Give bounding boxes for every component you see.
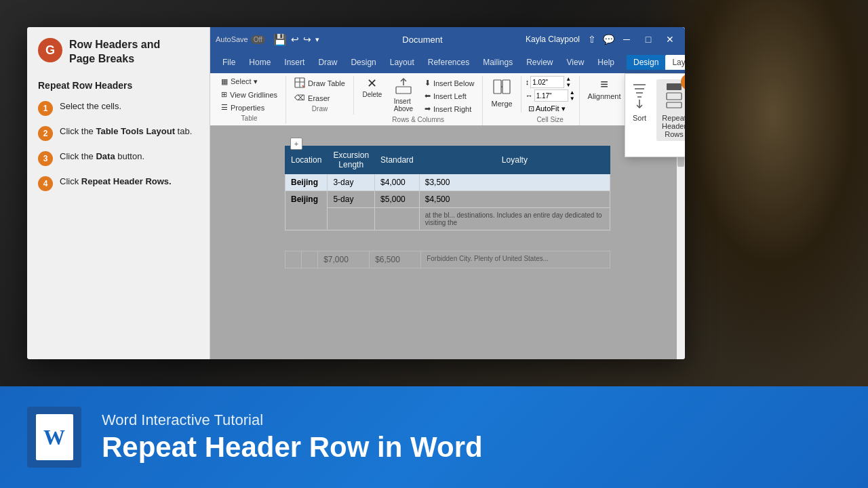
redo-icon[interactable]: ↪ [303, 34, 311, 45]
alignment-label: Alignment [588, 92, 621, 100]
sort-button[interactable]: Sort [625, 79, 654, 141]
table-row-1: Beijing 3-day $4,000 $3,500 [285, 174, 610, 191]
eraser-button[interactable]: ⌫ Eraser [290, 92, 349, 104]
delete-button[interactable]: ✕ Delete [358, 76, 387, 100]
second-table: $7,000 $6,500 Forbidden City. Plenty of … [285, 251, 610, 268]
svg-rect-7 [502, 80, 510, 94]
merge-button[interactable]: Merge [487, 76, 516, 109]
tab-review[interactable]: Review [519, 55, 559, 70]
repeat-header-rows-button[interactable]: RepeatHeader Rows 4 [656, 79, 685, 141]
draw-group-buttons: Draw Table ⌫ Eraser [290, 76, 349, 104]
title-bar: AutoSave Off 💾 ↩ ↪ ▾ Document Kayla Clay… [210, 27, 685, 52]
sidebar-logo: G [38, 38, 62, 62]
alignment-button[interactable]: ≡ Alignment [584, 76, 625, 102]
height-up[interactable]: ▲ [566, 76, 571, 82]
svg-rect-4 [396, 87, 411, 94]
section-title: Repeat Row Headers [38, 80, 199, 91]
col-location: Location [285, 146, 328, 174]
cell-height-input[interactable] [530, 76, 564, 88]
rows-columns-buttons: ✕ Delete InsertAbove [358, 76, 479, 115]
word-logo-letter: W [43, 425, 65, 450]
col-excursion: ExcursionLength [328, 146, 375, 174]
minimize-button[interactable]: ─ [617, 32, 636, 47]
bottom-subtitle: Word Interactive Tutorial [102, 411, 841, 429]
svg-rect-19 [667, 93, 682, 100]
svg-rect-6 [494, 80, 501, 94]
data-popup-buttons: Sort RepeatHeader Rows [625, 79, 685, 141]
autosave-area: AutoSave Off [216, 35, 265, 44]
cell-location-1: Beijing [285, 174, 328, 191]
word-logo: W [27, 407, 81, 468]
width-down[interactable]: ▼ [570, 96, 575, 102]
vertical-scrollbar[interactable] [677, 125, 685, 359]
step-2-badge: 2 [38, 126, 53, 141]
svg-rect-20 [667, 102, 682, 108]
alignment-group-label [584, 102, 625, 105]
customize-icon[interactable]: ▾ [315, 35, 319, 44]
step-2-text: Click the Table Tools Layout tab. [60, 125, 192, 138]
table-insert-handle[interactable]: + [290, 138, 302, 150]
ribbon-content: ▦ Select ▾ ⊞ View Gridlines ☰ Properties [210, 73, 685, 125]
tab-table-design[interactable]: Design [627, 55, 665, 70]
height-down[interactable]: ▼ [566, 82, 571, 88]
tab-view[interactable]: View [560, 55, 591, 70]
save-icon[interactable]: 💾 [273, 33, 287, 46]
delete-label: Delete [362, 91, 382, 98]
tab-draw[interactable]: Draw [311, 55, 344, 70]
merge-icon [492, 77, 511, 98]
gridlines-icon: ⊞ [221, 90, 227, 99]
undo-icon[interactable]: ↩ [291, 34, 299, 45]
close-button[interactable]: ✕ [660, 32, 679, 47]
tab-layout[interactable]: Layout [383, 55, 421, 70]
tab-references[interactable]: References [421, 55, 476, 70]
properties-label: Properties [231, 104, 264, 112]
width-up[interactable]: ▲ [570, 89, 575, 96]
step-1-text: Select the cells. [60, 100, 121, 113]
select-button[interactable]: ▦ Select ▾ [217, 76, 281, 87]
maximize-button[interactable]: □ [639, 32, 658, 47]
bottom-main-title: Repeat Header Row in Word [102, 432, 841, 463]
tab-home[interactable]: Home [242, 55, 277, 70]
tab-file[interactable]: File [216, 55, 242, 70]
ribbon-group-data: Data [630, 76, 664, 111]
height-icon: ↕ [526, 78, 530, 86]
document-page: + Location ExcursionLength Standard Loya… [285, 132, 610, 352]
draw-table-button[interactable]: Draw Table [290, 76, 349, 91]
insert-above-label: InsertAbove [394, 98, 413, 113]
second-cell-3: $7,000 [318, 251, 370, 268]
data-table: Location ExcursionLength Standard Loyalt… [285, 146, 610, 230]
document-title: Document [325, 35, 520, 45]
insert-left-icon: ⬅ [425, 92, 431, 100]
cell-location-2: Beijing [285, 191, 328, 230]
tab-mailings[interactable]: Mailings [476, 55, 519, 70]
cell-height-row: ↕ ▲ ▼ [526, 76, 575, 88]
sort-icon [631, 82, 648, 113]
comments-icon[interactable]: 💬 [603, 34, 614, 45]
cell-width-input[interactable] [534, 89, 568, 102]
tab-table-layout[interactable]: Layout [665, 55, 685, 70]
autosave-toggle[interactable]: Off [251, 35, 265, 44]
delete-icon: ✕ [367, 77, 377, 89]
tab-design[interactable]: Design [344, 55, 382, 70]
draw-table-icon [294, 77, 305, 89]
tab-insert[interactable]: Insert [277, 55, 311, 70]
share-icon[interactable]: ⇧ [588, 34, 596, 45]
autofit-button[interactable]: ⊡ AutoFit ▾ [526, 103, 575, 115]
insert-left-button[interactable]: ⬅ Insert Left [420, 90, 479, 102]
cell-standard-1: $4,000 [375, 174, 420, 191]
cell-description: at the bl... destinations. Includes an e… [419, 208, 610, 230]
insert-below-button[interactable]: ⬇ Insert Below [420, 77, 479, 89]
cell-loyalty-2: $4,500 [419, 191, 610, 208]
view-gridlines-button[interactable]: ⊞ View Gridlines [217, 89, 281, 100]
step-4: 4 Click Repeat Header Rows. [38, 176, 199, 191]
insert-above-button[interactable]: InsertAbove [389, 76, 418, 114]
page-break-area: $7,000 $6,500 Forbidden City. Plenty of … [285, 251, 610, 268]
tab-help[interactable]: Help [591, 55, 621, 70]
second-cell-2 [302, 251, 318, 268]
sidebar-header: G Row Headers and Page Breaks [38, 38, 199, 66]
insert-right-button[interactable]: ➡ Insert Right [420, 103, 479, 115]
draw-group-label: Draw [290, 104, 349, 115]
document-area: + Location ExcursionLength Standard Loya… [210, 125, 685, 359]
insert-left-label: Insert Left [433, 92, 467, 100]
properties-button[interactable]: ☰ Properties [217, 102, 281, 113]
